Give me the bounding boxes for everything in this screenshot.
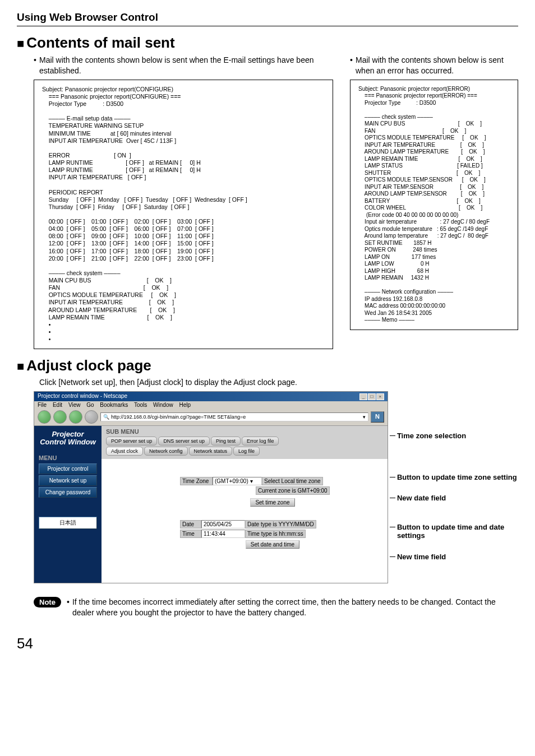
form-area: Time Zone (GMT+09:00) ▾ Select Local tim…: [102, 459, 388, 565]
date-note: Date type is YYYY/MM/DD: [245, 520, 316, 528]
back-icon[interactable]: [38, 410, 51, 424]
sidebar-header: Projector Control Window: [34, 426, 102, 451]
note-text: If the time becomes incorrect immediatel…: [67, 597, 501, 618]
clock-area: Projector control window - Netscape _□× …: [34, 391, 518, 583]
menu-go[interactable]: Go: [86, 402, 94, 408]
time-input[interactable]: 11:43:44: [201, 530, 245, 538]
submenu-bar: SUB MENU POP server set up DNS server se…: [102, 426, 388, 459]
date-input[interactable]: 2005/04/25: [201, 520, 245, 528]
configure-mail-box: Subject: Panasonic projector report(CONF…: [34, 80, 333, 349]
tab-pop-server[interactable]: POP server set up: [106, 437, 157, 446]
maximize-icon[interactable]: □: [368, 393, 376, 400]
tz-note2: Current zone is GMT+09:00: [256, 486, 330, 495]
set-datetime-button[interactable]: Set date and time: [246, 540, 299, 549]
tab-error-log[interactable]: Error log file: [242, 437, 279, 446]
sidebar-projector-control[interactable]: Projector control: [39, 463, 97, 474]
sidebar-japanese[interactable]: 日本語: [39, 517, 97, 529]
header-title: Using Web Browser Control: [17, 11, 518, 26]
menu-tools[interactable]: Tools: [134, 402, 147, 408]
page-header: Using Web Browser Control: [17, 11, 518, 26]
time-label: Time: [180, 530, 201, 538]
browser-toolbar: 🔍 http://192.168.0.8/cgi-bin/main.cgi?pa…: [34, 409, 388, 426]
menu-file[interactable]: File: [38, 402, 47, 408]
dropdown-icon[interactable]: ▾: [363, 414, 366, 420]
tab-log-file[interactable]: Log file: [233, 447, 260, 456]
tz-note1: Select Local time zone: [262, 477, 323, 485]
url-text: http://192.168.0.8/cgi-bin/main.cgi?page…: [111, 414, 246, 420]
menu-window[interactable]: Window: [153, 402, 173, 408]
forward-icon[interactable]: [53, 410, 67, 424]
browser-menubar: File Edit View Go Bookmarks Tools Window…: [34, 401, 388, 409]
browser-title: Projector control window - Netscape: [38, 393, 127, 400]
mail-boxes-row: Subject: Panasonic projector report(CONF…: [34, 76, 518, 349]
browser-content: Projector Control Window MENU Projector …: [34, 426, 388, 583]
sidebar: Projector Control Window MENU Projector …: [34, 426, 102, 583]
error-mail-box: Subject: Panasonic projector report(ERRO…: [350, 80, 518, 330]
mail-intro-left: Mail with the contents shown below is se…: [34, 55, 333, 76]
annot-dt-button: Button to update time and date settings: [391, 523, 518, 540]
mail-intro-right: Mail with the contents shown below is se…: [350, 55, 518, 76]
set-timezone-button[interactable]: Set time zone: [250, 498, 294, 507]
main-content: SUB MENU POP server set up DNS server se…: [102, 426, 388, 583]
annot-tz-button: Button to update time zone setting: [391, 473, 518, 482]
submenu-title: SUB MENU: [106, 428, 383, 435]
page-number: 54: [17, 635, 518, 652]
tab-ping-test[interactable]: Ping test: [211, 437, 241, 446]
mail-intro-row: Mail with the contents shown below is se…: [34, 55, 518, 76]
reload-icon[interactable]: [69, 410, 82, 424]
go-button[interactable]: N: [371, 411, 384, 423]
window-buttons: _□×: [359, 393, 384, 400]
annot-date-field: New date field: [391, 494, 518, 503]
sidebar-menu-label: MENU: [34, 451, 102, 462]
date-label: Date: [180, 520, 201, 528]
browser-window: Projector control window - Netscape _□× …: [34, 391, 388, 583]
annotations: Time zone selection Button to update tim…: [391, 391, 518, 583]
annot-time-field: New time field: [391, 553, 518, 562]
note-label: Note: [34, 597, 61, 607]
section-title-mail: Contents of mail sent: [17, 34, 518, 52]
url-bar[interactable]: 🔍 http://192.168.0.8/cgi-bin/main.cgi?pa…: [100, 412, 368, 421]
time-note: Time type is hh:mm:ss: [245, 530, 306, 538]
tab-network-status[interactable]: Network status: [189, 447, 233, 456]
tab-dns-server[interactable]: DNS server set up: [158, 437, 210, 446]
annot-timezone: Time zone selection: [391, 432, 518, 440]
menu-bookmarks[interactable]: Bookmarks: [100, 402, 128, 408]
section-title-clock: Adjust clock page: [17, 357, 518, 374]
sidebar-change-password[interactable]: Change password: [39, 487, 97, 498]
close-icon[interactable]: ×: [376, 393, 384, 400]
menu-view[interactable]: View: [68, 402, 81, 408]
menu-help[interactable]: Help: [179, 402, 191, 408]
browser-titlebar: Projector control window - Netscape _□×: [34, 392, 388, 401]
tab-adjust-clock[interactable]: Adjust clock: [106, 447, 143, 456]
stop-icon[interactable]: [85, 410, 98, 424]
tz-select[interactable]: (GMT+09:00) ▾: [213, 477, 262, 485]
sidebar-network-setup[interactable]: Network set up: [39, 475, 97, 486]
tz-label: Time Zone: [180, 477, 213, 485]
clock-desc: Click [Network set up], then [Adjust clo…: [39, 378, 518, 387]
tab-network-config[interactable]: Network config: [144, 447, 188, 456]
menu-edit[interactable]: Edit: [53, 402, 62, 408]
note-row: Note If the time becomes incorrect immed…: [34, 597, 501, 618]
minimize-icon[interactable]: _: [359, 393, 367, 400]
url-wand-icon: 🔍: [103, 414, 109, 420]
